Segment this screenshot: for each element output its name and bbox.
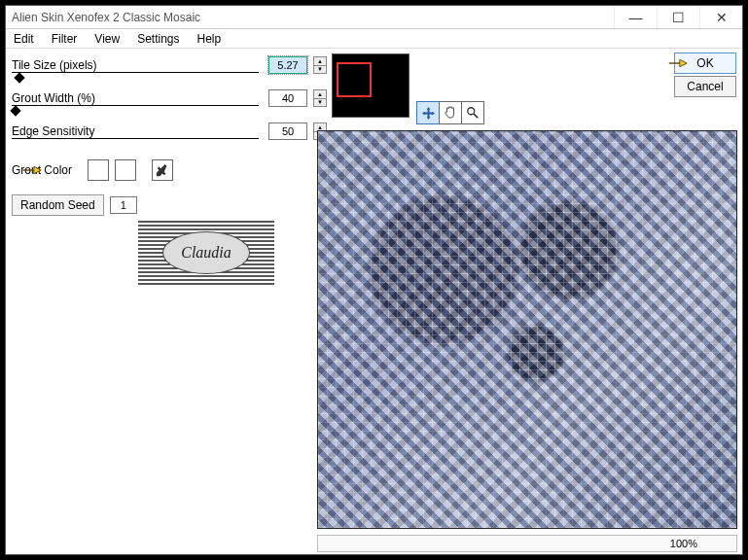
tile-size-spinner[interactable]: ▲▼	[313, 56, 327, 74]
menu-filter[interactable]: Filter	[52, 32, 78, 46]
zoom-tool-button[interactable]	[461, 101, 484, 124]
grout-width-slider-track[interactable]	[12, 105, 259, 106]
edge-sensitivity-label: Edge Sensitivity	[12, 124, 94, 138]
spin-up-icon[interactable]: ▲	[314, 57, 326, 66]
pointer-hand-icon	[21, 162, 43, 178]
spin-up-icon[interactable]: ▲	[314, 90, 326, 99]
mosaic-preview-image	[318, 131, 736, 528]
ok-button[interactable]: OK	[674, 52, 736, 74]
dialog-buttons: OK Cancel	[674, 52, 736, 97]
hand-tool-icon	[444, 106, 457, 120]
preview-toolbar	[416, 101, 483, 124]
random-seed-label: Random Seed	[20, 198, 95, 212]
signature-logo: Claudia	[138, 219, 274, 287]
zoom-tool-icon	[466, 106, 480, 120]
cancel-button[interactable]: Cancel	[674, 76, 736, 97]
svg-line-1	[474, 114, 478, 118]
move-tool-button[interactable]	[416, 101, 440, 124]
menu-help[interactable]: Help	[197, 32, 222, 46]
menu-settings[interactable]: Settings	[137, 32, 179, 46]
grout-width-spinner[interactable]: ▲▼	[313, 89, 327, 107]
app-window: Alien Skin Xenofex 2 Classic Mosaic — ☐ …	[5, 5, 743, 555]
signature-logo-text: Claudia	[162, 231, 250, 274]
random-seed-button[interactable]: Random Seed	[12, 194, 104, 216]
move-tool-icon	[421, 106, 436, 121]
tile-size-label: Tile Size (pixels)	[12, 58, 97, 72]
cancel-button-label: Cancel	[687, 80, 723, 93]
svg-point-0	[468, 108, 475, 115]
ok-button-label: OK	[696, 56, 713, 70]
navigator-thumbnail[interactable]	[332, 53, 410, 118]
edge-sensitivity-slider-track[interactable]	[12, 138, 259, 139]
window-title: Alien Skin Xenofex 2 Classic Mosaic	[12, 11, 614, 24]
tile-size-input[interactable]	[268, 56, 307, 74]
tile-size-slider-handle[interactable]	[14, 72, 24, 83]
content-area: Tile Size (pixels) ▲▼ Grout Width (%) ▲▼…	[6, 49, 742, 554]
navigator-viewport-rect[interactable]	[337, 62, 372, 97]
grout-color-swatch[interactable]	[88, 159, 109, 181]
eyedropper-button[interactable]	[152, 159, 173, 181]
menu-view[interactable]: View	[94, 32, 120, 46]
pointer-hand-icon	[667, 55, 689, 71]
grout-width-input[interactable]	[268, 89, 307, 107]
eyedropper-icon	[156, 163, 169, 177]
spin-down-icon[interactable]: ▼	[314, 66, 326, 74]
zoom-level: 100%	[670, 538, 697, 549]
spin-down-icon[interactable]: ▼	[314, 99, 326, 107]
maximize-button[interactable]: ☐	[657, 7, 699, 28]
status-bar: 100%	[317, 535, 737, 552]
edge-sensitivity-input[interactable]	[268, 122, 307, 140]
random-seed-input[interactable]	[110, 196, 137, 214]
grout-color-swatch-white[interactable]	[115, 159, 136, 181]
close-button[interactable]: ✕	[699, 7, 742, 28]
grout-width-slider-handle[interactable]	[10, 105, 20, 116]
tile-size-slider-track[interactable]	[12, 72, 259, 73]
menu-edit[interactable]: Edit	[14, 32, 34, 46]
minimize-button[interactable]: —	[614, 7, 657, 28]
titlebar: Alien Skin Xenofex 2 Classic Mosaic — ☐ …	[6, 6, 742, 29]
grout-width-label: Grout Width (%)	[12, 91, 95, 105]
menubar: Edit Filter View Settings Help	[6, 29, 742, 49]
hand-tool-button[interactable]	[439, 101, 462, 124]
preview-panel[interactable]	[317, 130, 737, 529]
